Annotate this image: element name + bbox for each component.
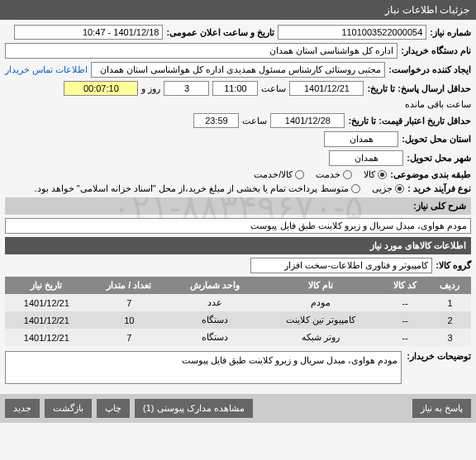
buy-type-radio-group: جزیی متوسط [321,183,404,194]
content-area: ۰۲۱-۸۸۳۴۹۶۷۰-۵ شماره نیاز: 1101003522000… [0,20,476,394]
radio-dot-icon [395,184,404,193]
radio-jozi[interactable]: جزیی [372,183,404,194]
table-cell: 3 [429,329,471,346]
header-bar: جزئیات اطلاعات نیاز [0,0,476,20]
resp-date-field: 1401/12/21 [289,81,364,96]
group-field: کامپیوتر و فناوری اطلاعات-سخت افزار [250,258,432,273]
buyer-desc-field: مودم هواوی، مبدل سریال و زیرو کلاینت طبق… [5,351,402,384]
col-code: کد کالا [381,277,429,294]
print-button[interactable]: چاپ [97,399,130,418]
table-cell: 1401/12/21 [5,294,88,311]
table-cell: 7 [88,294,170,311]
group-label: گروه کالا: [436,260,471,271]
radio-dot-icon [351,184,360,193]
buyer-org-label: نام دستگاه خریدار: [401,45,471,56]
province-label: استان محل تحویل: [402,134,471,145]
need-no-field: 1101003522000054 [278,25,426,40]
table-cell: کامپیوتر تین کلاینت [259,311,381,329]
announce-label: تاریخ و ساعت اعلان عمومی: [166,27,274,38]
announce-field: 1401/12/18 - 10:47 [14,25,163,40]
table-cell: 7 [88,329,170,346]
buyer-desc-label: توضیحات خریدار: [407,351,471,362]
time-label-1: ساعت [261,83,286,94]
contact-link[interactable]: اطلاعات تماس خریدار [5,64,88,75]
table-cell: 2 [429,311,471,329]
col-qty: تعداد / متدار [88,277,170,294]
col-unit: واحد شمارش [170,277,260,294]
day-label: روز و [141,83,160,94]
table-cell: روتر شبکه [259,329,381,346]
resp-deadline-label: حداقل ارسال پاسخ: تا تاریخ: [367,83,471,94]
city-label: شهر محل تحویل: [407,153,471,164]
table-cell: -- [381,294,429,311]
respond-button[interactable]: پاسخ به نیاز [412,399,471,418]
days-field: 3 [164,81,209,96]
remain-label: ساعت باقی مانده [405,99,471,110]
table-row[interactable]: 1--مودمعدد71401/12/21 [5,294,471,311]
table-cell: عدد [170,294,260,311]
radio-dot-icon [295,170,304,179]
back-button[interactable]: بازگشت [45,399,92,418]
need-desc-field: مودم هواوی، مبدل سریال و زیرو کلاینت طبق… [5,218,471,234]
table-cell: 10 [88,311,170,329]
class-radio-group: کالا خدمت کالا/خدمت [254,169,387,180]
table-cell: مودم [259,294,381,311]
attachments-button[interactable]: مشاهده مدارک پیوستی (1) [135,399,253,418]
table-row[interactable]: 3--روتر شبکهدستگاه71401/12/21 [5,329,471,346]
countdown-field: 00:07:10 [64,81,138,96]
col-row: ردیف [429,277,471,294]
radio-dot-icon [378,170,387,179]
radio-motevaset[interactable]: متوسط [321,183,360,194]
table-cell: دستگاه [170,311,260,329]
table-cell: -- [381,311,429,329]
radio-khedmat[interactable]: خدمت [316,169,352,180]
buy-type-label: نوع فرآیند خرید : [407,183,471,194]
table-row[interactable]: 2--کامپیوتر تین کلاینتدستگاه101401/12/21 [5,311,471,329]
table-cell: 1 [429,294,471,311]
radio-kala-khedmat[interactable]: کالا/خدمت [254,169,304,180]
time-label-2: ساعت [242,116,267,126]
city-field: همدان [329,150,403,166]
table-cell: دستگاه [170,329,260,346]
requester-field: مجتبی روستائی کارشناس مسئول همدیدی اداره… [91,62,385,78]
col-date: تاریخ نیاز [5,277,88,294]
radio-dot-icon [343,170,352,179]
requester-label: ایجاد کننده درخواست: [388,64,471,75]
footer-bar: پاسخ به نیاز مشاهده مدارک پیوستی (1) چاپ… [0,394,476,423]
items-section: اطلاعات کالاهای مورد نیاز [5,237,471,254]
valid-deadline-label: حداقل تاریخ اعتبار قیمت: تا تاریخ: [348,116,471,126]
table-cell: 1401/12/21 [5,311,88,329]
items-table: ردیف کد کالا نام کالا واحد شمارش تعداد /… [5,277,471,346]
table-cell: -- [381,329,429,346]
header-title: جزئیات اطلاعات نیاز [385,4,469,16]
valid-time-field: 23:59 [193,113,239,128]
table-cell: 1401/12/21 [5,329,88,346]
buy-note: پرداخت تمام یا بخشی از مبلغ خرید،از محل … [35,183,318,194]
class-label: طبقه بندی موضوعی: [390,169,471,180]
buyer-org-field: اداره کل هواشناسی استان همدان [5,43,397,59]
valid-date-field: 1401/12/28 [270,113,345,128]
need-no-label: شماره نیاز: [430,27,471,38]
province-field: همدان [324,131,398,147]
col-name: نام کالا [259,277,381,294]
radio-kala[interactable]: کالا [364,169,387,180]
resp-time-field: 11:00 [212,81,258,96]
need-desc-section: شرح کلی نیاز: [5,197,471,215]
new-button[interactable]: جدید [5,399,40,418]
